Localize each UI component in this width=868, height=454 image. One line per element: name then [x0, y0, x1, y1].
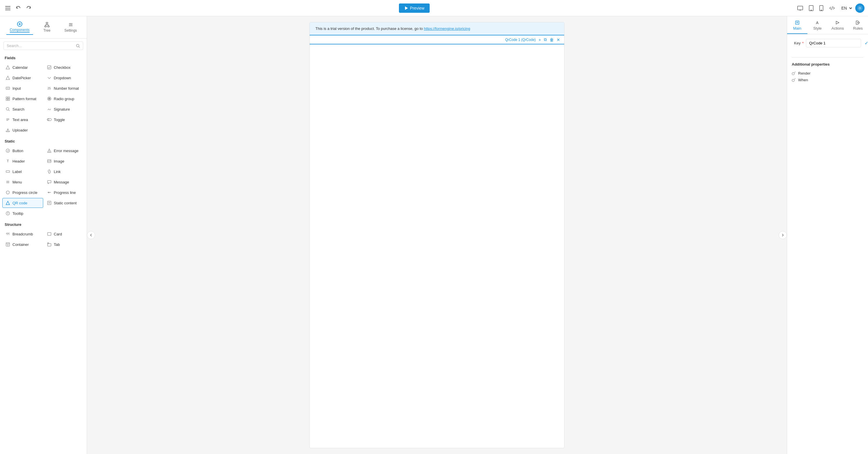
element-copy-button[interactable]: ⧉	[543, 36, 548, 43]
render-prop-icon	[792, 72, 796, 76]
sidebar-tab-components[interactable]: Components	[6, 20, 33, 35]
component-tab[interactable]: Tab	[44, 239, 85, 249]
code-view-button[interactable]	[828, 3, 837, 13]
collapse-left-button[interactable]	[87, 231, 95, 239]
component-link[interactable]: Link	[44, 167, 85, 176]
component-calendar[interactable]: Calendar	[2, 62, 43, 72]
desktop-view-button[interactable]	[796, 3, 805, 13]
component-static-content[interactable]: Static content	[44, 198, 85, 208]
right-panel-tab-actions-label: Actions	[832, 26, 844, 30]
component-progress-line[interactable]: Progress line	[44, 188, 85, 197]
image-icon	[47, 159, 52, 164]
component-radio-group[interactable]: Radio group	[44, 94, 85, 104]
progress-line-icon	[47, 190, 52, 195]
undo-icon	[16, 5, 21, 11]
component-tooltip[interactable]: Tooltip	[2, 208, 43, 218]
component-toggle-label: Toggle	[54, 118, 65, 122]
breadcrumb-icon	[5, 232, 10, 236]
preview-button[interactable]: Preview	[399, 3, 430, 13]
component-label[interactable]: Label	[2, 167, 43, 176]
svg-marker-31	[6, 65, 9, 69]
key-input[interactable]	[806, 39, 861, 47]
sidebar-tab-settings[interactable]: Settings	[61, 20, 80, 34]
mobile-view-button[interactable]	[817, 3, 825, 13]
component-tab-label: Tab	[54, 243, 60, 247]
settings-tab-label: Settings	[64, 28, 77, 32]
component-search[interactable]: Search	[2, 104, 43, 114]
right-panel-tab-style-label: Style	[813, 26, 822, 30]
component-dropdown[interactable]: Dropdown	[44, 73, 85, 83]
static-content-icon	[47, 201, 52, 205]
fields-grid: Calendar Checkbox DatePicker	[0, 61, 87, 136]
tablet-view-button[interactable]	[807, 3, 815, 13]
svg-point-29	[76, 44, 79, 47]
menu-button[interactable]	[3, 4, 12, 12]
component-uploader[interactable]: Uploader	[2, 125, 43, 135]
element-delete-button[interactable]: 🗑	[549, 36, 555, 43]
component-image-label: Image	[54, 159, 64, 164]
svg-marker-33	[6, 76, 9, 80]
redo-button[interactable]	[24, 4, 33, 12]
settings-icon	[68, 22, 73, 27]
right-panel-tab-actions[interactable]: Actions	[828, 16, 848, 34]
component-progress-circle[interactable]: Progress circle	[2, 188, 43, 197]
svg-rect-0	[5, 6, 10, 7]
settings-gear-button[interactable]	[855, 3, 865, 13]
component-header-label: Header	[12, 159, 25, 164]
undo-button[interactable]	[14, 4, 23, 12]
right-panel-tab-main[interactable]: Main	[787, 16, 807, 34]
component-number-format[interactable]: 25 Number format	[44, 83, 85, 93]
preview-label: Preview	[410, 6, 425, 10]
component-breadcrumb[interactable]: Breadcrumb	[2, 229, 43, 239]
component-datepicker[interactable]: DatePicker	[2, 73, 43, 83]
right-expand-handle	[779, 231, 787, 239]
search-input[interactable]	[7, 44, 74, 48]
component-header[interactable]: T Header	[2, 156, 43, 166]
component-toggle[interactable]: Toggle	[44, 115, 85, 124]
svg-rect-76	[48, 243, 49, 244]
language-selector[interactable]: EN DE	[839, 4, 853, 12]
svg-line-30	[79, 47, 80, 48]
component-datepicker-label: DatePicker	[12, 76, 31, 80]
main-layout: Components Tree	[0, 16, 868, 454]
component-number-format-label: Number format	[54, 86, 79, 91]
component-text-area[interactable]: Text area	[2, 115, 43, 124]
canvas-area: This is a trial version of the product. …	[87, 16, 787, 454]
actions-tab-icon	[835, 20, 840, 25]
svg-marker-3	[405, 6, 408, 10]
svg-marker-81	[836, 21, 839, 24]
component-signature[interactable]: Signature	[44, 104, 85, 114]
component-container[interactable]: Container	[2, 239, 43, 249]
component-button[interactable]: Button	[2, 146, 43, 155]
component-uploader-label: Uploader	[12, 128, 28, 132]
trial-link[interactable]: https://formengine.io/pricing	[424, 26, 470, 31]
component-button-label: Button	[12, 149, 24, 153]
expand-right-button[interactable]	[779, 231, 787, 239]
static-grid: Button Error message T Header	[0, 145, 87, 220]
signature-icon	[47, 107, 52, 111]
key-field-row: Key * ✓	[792, 39, 863, 47]
menu-icon	[5, 5, 10, 11]
svg-rect-39	[8, 99, 9, 101]
component-input[interactable]: Input	[2, 83, 43, 93]
component-message[interactable]: Message	[44, 177, 85, 187]
right-panel-tab-rules[interactable]: Rules	[848, 16, 868, 34]
svg-point-41	[49, 98, 50, 100]
component-error-message[interactable]: Error message	[44, 146, 85, 155]
component-card[interactable]: Card	[44, 229, 85, 239]
component-pattern-format[interactable]: Pattern format	[2, 94, 43, 104]
tooltip-icon	[5, 211, 10, 216]
component-static-content-label: Static content	[54, 201, 77, 205]
static-section: Static Button Error message	[0, 136, 87, 220]
element-add-button[interactable]: +	[537, 36, 542, 43]
component-menu[interactable]: Menu	[2, 177, 43, 187]
element-close-button[interactable]: ✕	[556, 36, 561, 43]
key-confirm-button[interactable]: ✓	[863, 39, 868, 47]
label-icon	[5, 169, 10, 174]
component-qr-code[interactable]: QR code	[2, 198, 43, 208]
sidebar-tab-tree[interactable]: Tree	[40, 20, 54, 34]
component-checkbox[interactable]: Checkbox	[44, 62, 85, 72]
component-image[interactable]: Image	[44, 156, 85, 166]
number-format-icon: 25	[47, 86, 52, 91]
right-panel-tab-style[interactable]: Style	[807, 16, 828, 34]
